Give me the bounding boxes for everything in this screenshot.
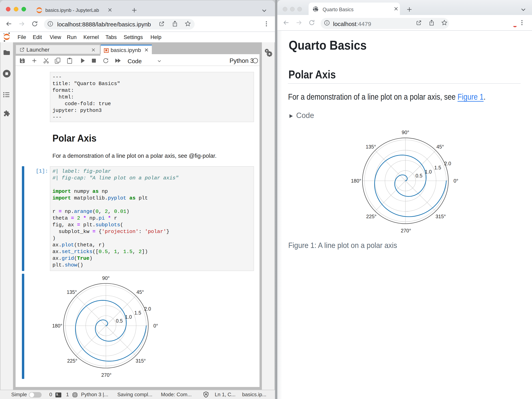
svg-text:270°: 270° [101,372,112,378]
svg-text:180°: 180° [351,178,361,184]
svg-text:0°: 0° [454,178,458,184]
svg-text:135°: 135° [366,144,376,149]
svg-text:90°: 90° [402,129,409,135]
svg-text:225°: 225° [366,214,376,219]
svg-text:45°: 45° [136,289,144,295]
svg-text:90°: 90° [102,275,110,281]
svg-text:1.5: 1.5 [134,310,141,315]
svg-text:2.0: 2.0 [144,306,151,312]
svg-text:45°: 45° [436,144,444,149]
svg-text:0.5: 0.5 [415,173,422,178]
svg-text:2.0: 2.0 [444,161,451,166]
svg-text:315°: 315° [136,358,146,363]
svg-text:270°: 270° [401,228,411,233]
svg-text:135°: 135° [67,289,77,295]
svg-text:180°: 180° [52,323,62,328]
svg-text:1.0: 1.0 [425,169,432,174]
svg-text:0°: 0° [153,323,158,328]
svg-text:225°: 225° [67,358,77,363]
svg-text:1.0: 1.0 [125,314,132,320]
svg-text:0.5: 0.5 [116,318,123,324]
svg-text:1.5: 1.5 [434,165,441,170]
svg-text:315°: 315° [436,214,446,219]
